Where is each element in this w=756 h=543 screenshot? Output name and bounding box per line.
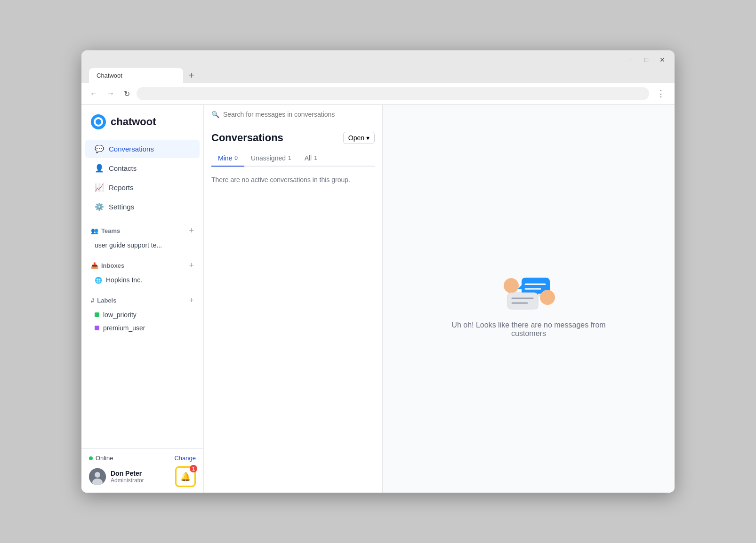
change-status-link[interactable]: Change [174,455,196,462]
tab-title: Chatwoot [97,72,122,79]
tab-mine-count: 0 [234,155,238,161]
user-role: Administrator [111,477,170,484]
sidebar-item-contacts-label: Contacts [109,164,137,172]
low-priority-color-dot [95,312,99,317]
sidebar-item-conversations[interactable]: 💬 Conversations [85,140,200,158]
maximize-button[interactable]: □ [643,55,650,64]
svg-point-4 [95,472,100,478]
svg-point-2 [96,119,101,125]
search-icon: 🔍 [211,111,219,118]
contacts-icon: 👤 [95,164,104,173]
user-row: Don Peter Administrator 🔔 1 [89,466,196,487]
status-dropdown[interactable]: Open ▾ [343,132,375,144]
avatar-image [89,468,106,485]
add-label-button[interactable]: + [189,296,194,304]
user-info: Don Peter Administrator [111,470,170,484]
svg-rect-12 [507,293,538,309]
status-dropdown-value: Open [348,134,364,142]
inboxes-section: 📥 Inboxes + 🌐 Hopkins Inc. [81,254,203,288]
empty-conversations-message: There are no active conversations in thi… [204,167,382,193]
conversations-header: Conversations Open ▾ Mine 0 Unassigned 1 [204,124,382,167]
label-item-label: low_priority [103,311,137,319]
label-item-low-priority[interactable]: low_priority [91,308,194,321]
sidebar-item-settings-label: Settings [109,203,134,211]
reload-button[interactable]: ↻ [121,88,133,100]
labels-hash-icon: # [91,297,94,304]
premium-user-color-dot [95,326,99,330]
conversations-tabs: Mine 0 Unassigned 1 All 1 [211,151,375,167]
label-item-label: premium_user [103,324,145,332]
address-bar[interactable] [137,87,649,100]
inboxes-icon: 📥 [91,262,98,269]
team-item-label: user guide support te... [95,241,162,249]
notification-button[interactable]: 🔔 1 [175,466,196,487]
inbox-globe-icon: 🌐 [95,277,102,284]
sidebar-navigation: 💬 Conversations 👤 Contacts 📈 Reports ⚙️ … [81,137,203,219]
tab-unassigned[interactable]: Unassigned 1 [244,151,298,167]
add-team-button[interactable]: + [189,226,194,235]
browser-menu-button[interactable]: ⋮ [653,87,669,101]
online-status: Online Change [89,455,196,462]
chatwoot-logo-icon [91,114,106,129]
status-text: Online [96,455,171,462]
bell-icon: 🔔 [180,471,191,482]
search-bar: 🔍 [204,105,382,124]
logo: chatwoot [81,105,203,137]
close-button[interactable]: ✕ [658,55,667,64]
empty-state: Uh oh! Looks like there are no messages … [444,260,613,338]
empty-state-text: Uh oh! Looks like there are no messages … [444,321,613,338]
sidebar-item-settings[interactable]: ⚙️ Settings [85,198,200,216]
browser-tab[interactable]: Chatwoot [89,68,183,83]
svg-point-11 [540,290,555,305]
tab-all[interactable]: All 1 [298,151,324,167]
sidebar-item-conversations-label: Conversations [109,145,154,153]
reports-icon: 📈 [95,183,104,192]
tab-unassigned-label: Unassigned [251,154,286,162]
inboxes-section-title: 📥 Inboxes [91,262,124,269]
user-name: Don Peter [111,470,170,477]
conversations-panel: 🔍 Conversations Open ▾ Mine 0 [204,105,383,493]
sidebar-item-contacts[interactable]: 👤 Contacts [85,159,200,177]
empty-state-illustration [498,260,559,311]
conversations-title: Conversations [211,132,283,144]
chevron-down-icon: ▾ [366,134,370,142]
settings-icon: ⚙️ [95,202,104,211]
back-button[interactable]: ← [87,88,100,100]
svg-point-6 [504,278,519,293]
teams-icon: 👥 [91,227,98,234]
teams-section: 👥 Teams + user guide support te... [81,219,203,254]
conversations-icon: 💬 [95,144,104,153]
user-avatar [89,468,106,485]
forward-button[interactable]: → [104,88,117,100]
team-item[interactable]: user guide support te... [91,239,194,252]
inbox-item[interactable]: 🌐 Hopkins Inc. [91,273,194,287]
sidebar: chatwoot 💬 Conversations 👤 Contacts 📈 Re… [81,105,204,493]
notification-badge: 1 [190,465,197,472]
main-content: Uh oh! Looks like there are no messages … [383,105,675,493]
labels-section-title: # Labels [91,297,116,304]
minimize-button[interactable]: − [627,55,635,64]
tab-unassigned-count: 1 [288,155,291,161]
logo-text: chatwoot [111,116,156,128]
tab-all-count: 1 [314,155,317,161]
add-tab-button[interactable]: + [185,68,198,83]
sidebar-item-reports-label: Reports [109,184,134,192]
inbox-item-label: Hopkins Inc. [106,276,142,284]
labels-section: # Labels + low_priority premium_user [81,288,203,336]
teams-section-title: 👥 Teams [91,227,120,234]
sidebar-footer: Online Change Don Peter Administrator [81,448,203,493]
status-indicator-dot [89,456,93,460]
tab-mine[interactable]: Mine 0 [211,151,244,167]
label-item-premium-user[interactable]: premium_user [91,321,194,335]
sidebar-item-reports[interactable]: 📈 Reports [85,178,200,197]
tab-mine-label: Mine [218,154,232,162]
tab-all-label: All [305,154,312,162]
search-input[interactable] [223,111,375,118]
add-inbox-button[interactable]: + [189,261,194,270]
